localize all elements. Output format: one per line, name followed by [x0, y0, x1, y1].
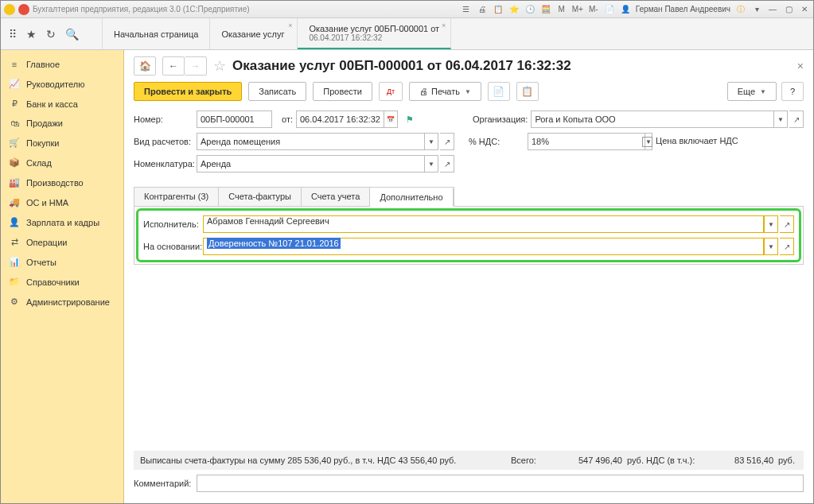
more-button[interactable]: Еще▼: [727, 82, 777, 101]
star-icon[interactable]: ★: [26, 28, 37, 41]
sidebar-item-salary[interactable]: 👤Зарплата и кадры: [1, 212, 123, 232]
minimize-button[interactable]: —: [767, 4, 778, 15]
tb-m[interactable]: M-: [588, 4, 599, 15]
history-icon[interactable]: ↻: [46, 28, 56, 41]
forward-button[interactable]: →: [185, 56, 207, 76]
tab-document[interactable]: Оказание услуг 00БП-000001 от 06.04.2017…: [298, 18, 451, 49]
swap-icon: ⇄: [9, 237, 20, 247]
from-label: от:: [282, 114, 293, 124]
tab-services[interactable]: Оказание услуг×: [210, 18, 298, 49]
tb-icon[interactable]: 🕒: [524, 4, 536, 15]
date-input[interactable]: [296, 110, 384, 128]
close-icon[interactable]: ×: [288, 21, 292, 29]
number-input[interactable]: [197, 110, 272, 128]
tb-icon[interactable]: 📋: [493, 4, 504, 15]
doc-button[interactable]: 📄: [488, 82, 510, 101]
tab-accounts[interactable]: Счета учета: [302, 188, 370, 206]
sidebar: ≡Главное 📈Руководителю ₽Банк и касса 🛍Пр…: [1, 50, 124, 503]
tab-start[interactable]: Начальная страница: [103, 18, 210, 49]
price-incl-checkbox[interactable]: Цена включает НДС: [642, 136, 738, 147]
tb-m[interactable]: M+: [572, 4, 583, 15]
open-icon[interactable]: ↗: [780, 215, 794, 233]
tb-icon[interactable]: 🖨: [477, 4, 488, 15]
close-icon[interactable]: ×: [442, 21, 446, 29]
sidebar-item-manager[interactable]: 📈Руководителю: [1, 74, 123, 94]
post-button[interactable]: Провести: [313, 82, 372, 101]
close-page-button[interactable]: ×: [797, 60, 804, 72]
sidebar-item-sales[interactable]: 🛍Продажи: [1, 114, 123, 133]
box-icon: 📦: [9, 157, 20, 168]
chevron-down-icon[interactable]: ▼: [773, 110, 788, 128]
post-close-button[interactable]: Провести и закрыть: [134, 82, 242, 101]
total-value: 547 496,40: [551, 456, 622, 465]
sidebar-item-production[interactable]: 🏭Производство: [1, 173, 123, 192]
calendar-icon[interactable]: 📅: [384, 110, 398, 128]
chevron-down-icon[interactable]: ▼: [424, 133, 438, 150]
number-label: Номер:: [134, 114, 193, 124]
print-button[interactable]: 🖨 Печать▼: [409, 82, 481, 101]
comment-input[interactable]: [197, 475, 804, 492]
sidebar-item-operations[interactable]: ⇄Операции: [1, 232, 123, 252]
app-title: Бухгалтерия предприятия, редакция 3.0 (1…: [33, 5, 250, 14]
comment-label: Комментарий:: [134, 479, 193, 488]
info-icon[interactable]: ⓘ: [735, 4, 746, 15]
user-name: Герман Павел Андреевич: [636, 5, 730, 14]
open-icon[interactable]: ↗: [780, 238, 794, 255]
flag-icon: ⚑: [406, 114, 414, 125]
sidebar-item-bank[interactable]: ₽Банк и касса: [1, 94, 123, 114]
search-icon[interactable]: 🔍: [65, 28, 79, 41]
tab-additional[interactable]: Дополнительно: [370, 188, 453, 207]
basis-label: На основании:: [143, 242, 203, 251]
highlight-box: Исполнитель: Абрамов Геннадий Сергеевич▼…: [136, 208, 801, 262]
sidebar-item-assets[interactable]: 🚚ОС и НМА: [1, 192, 123, 212]
chevron-down-icon[interactable]: ▼: [764, 215, 778, 233]
calc-input[interactable]: [197, 133, 424, 150]
chevron-down-icon[interactable]: ▼: [764, 238, 778, 255]
tab-counterparties[interactable]: Контрагенты (3): [134, 188, 219, 206]
doc-tabs: Контрагенты (3) Счета-фактуры Счета учет…: [134, 187, 454, 206]
dt-button[interactable]: Дт: [379, 82, 403, 101]
sidebar-item-purchases[interactable]: 🛒Покупки: [1, 133, 123, 153]
sidebar-item-catalogs[interactable]: 📁Справочники: [1, 272, 123, 292]
save-button[interactable]: Записать: [248, 82, 306, 101]
performer-input[interactable]: Абрамов Геннадий Сергеевич: [203, 215, 764, 233]
sidebar-item-reports[interactable]: 📊Отчеты: [1, 252, 123, 272]
tb-icon[interactable]: ⭐: [508, 4, 520, 15]
org-label: Организация:: [473, 114, 528, 124]
vat-label: % НДС:: [469, 137, 524, 146]
tb-icon[interactable]: ☰: [461, 4, 472, 15]
doc-body: Исполнитель: Абрамов Геннадий Сергеевич▼…: [134, 206, 804, 265]
tb-icon[interactable]: 🧮: [540, 4, 551, 15]
org-input[interactable]: [531, 110, 773, 128]
total-label: Всего:: [511, 456, 551, 465]
user-icon: 👤: [620, 4, 631, 15]
favorite-icon[interactable]: ☆: [213, 57, 226, 75]
titlebar: Бухгалтерия предприятия, редакция 3.0 (1…: [1, 1, 813, 18]
cart-icon: 🛒: [9, 138, 20, 148]
back-button[interactable]: ←: [162, 56, 185, 76]
open-icon[interactable]: ↗: [440, 133, 454, 150]
performer-label: Исполнитель:: [143, 219, 203, 229]
tb-m[interactable]: M: [556, 4, 567, 15]
sidebar-item-warehouse[interactable]: 📦Склад: [1, 153, 123, 173]
tb-icon[interactable]: ▾: [751, 4, 762, 15]
home-button[interactable]: 🏠: [134, 56, 156, 76]
open-icon[interactable]: ↗: [440, 155, 454, 173]
sidebar-item-main[interactable]: ≡Главное: [1, 55, 123, 74]
basis-input[interactable]: Доверенность №107 21.01.2016: [203, 238, 764, 255]
invoice-summary: Выписаны счета-фактуры на сумму 285 536,…: [140, 456, 456, 465]
chevron-down-icon[interactable]: ▼: [424, 155, 438, 173]
app-icon-2: [18, 4, 29, 15]
vat-input[interactable]: [528, 133, 645, 150]
nomen-input[interactable]: [197, 155, 424, 173]
tb-icon[interactable]: 📄: [604, 4, 615, 15]
close-button[interactable]: ✕: [799, 4, 810, 15]
grid-icon[interactable]: ⠿: [9, 28, 17, 41]
vat-total-value: 83 516,40: [702, 456, 773, 465]
sidebar-item-admin[interactable]: ⚙Администрирование: [1, 292, 123, 312]
maximize-button[interactable]: ▢: [783, 4, 794, 15]
help-button[interactable]: ?: [781, 82, 804, 101]
open-icon[interactable]: ↗: [789, 110, 804, 128]
tab-invoices[interactable]: Счета-фактуры: [219, 188, 302, 206]
list-button[interactable]: 📋: [516, 82, 539, 101]
